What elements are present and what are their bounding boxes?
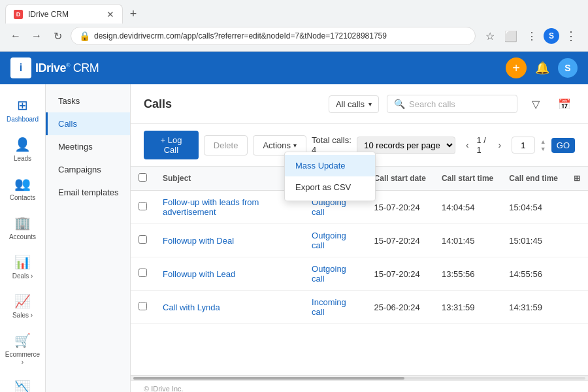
- filter-icon-button[interactable]: ▽: [525, 93, 546, 114]
- row-subject[interactable]: Followup with Deal: [155, 224, 304, 257]
- url-input[interactable]: 🔒 design.devidrivecrm.com/app/calls?refe…: [71, 27, 476, 45]
- subsidebar-item-calls[interactable]: Calls: [46, 112, 130, 135]
- leads-icon: 👤: [14, 137, 31, 152]
- sales-icon: 📈: [14, 293, 31, 309]
- page-decrement-icon[interactable]: ▼: [540, 146, 546, 152]
- row-checkbox[interactable]: [139, 235, 147, 244]
- subject-link[interactable]: Followup with Lead: [163, 269, 235, 279]
- actions-dropdown-menu: Mass Update Export as CSV: [284, 152, 376, 201]
- new-tab-button[interactable]: +: [125, 6, 141, 22]
- sub-sidebar: Tasks Calls Meetings Campaigns Email tem…: [46, 84, 131, 392]
- subject-link[interactable]: Call with Lynda: [163, 302, 220, 312]
- row-subject[interactable]: Call with Lynda: [155, 291, 304, 324]
- deals-icon: 📊: [14, 254, 31, 270]
- menu-icon[interactable]: ⋮: [562, 27, 580, 45]
- export-csv-option[interactable]: Export as CSV: [285, 176, 375, 198]
- subject-link[interactable]: Followup with Deal: [163, 236, 234, 246]
- sidebar-item-dashboard[interactable]: ⊞ Dashboard: [3, 92, 42, 129]
- sidebar-item-deals[interactable]: 📊 Deals ›: [3, 249, 42, 286]
- row-checkbox-cell[interactable]: [131, 291, 155, 324]
- table-row: Followup with Deal Outgoing call 15-07-2…: [131, 224, 588, 257]
- row-options: [566, 257, 588, 291]
- select-all-header[interactable]: [131, 167, 155, 191]
- sidebar-item-label-sales: Sales ›: [12, 312, 33, 319]
- call-type-value: Outgoing call: [312, 264, 346, 284]
- search-placeholder: Search calls: [409, 99, 455, 109]
- browser-profile-avatar[interactable]: S: [544, 28, 559, 44]
- table-row: Call with Lynda Incoming call 25-06-20:2…: [131, 291, 588, 324]
- search-box[interactable]: 🔍 Search calls: [387, 95, 517, 113]
- page-increment-icon[interactable]: ▲: [540, 139, 546, 145]
- row-checkbox[interactable]: [139, 202, 147, 210]
- row-checkbox[interactable]: [139, 269, 147, 277]
- sidebar-item-contacts[interactable]: 👥 Contacts: [3, 171, 42, 207]
- next-page-button[interactable]: ›: [493, 137, 506, 153]
- tab-bar: D IDrive CRM ✕ +: [0, 0, 588, 24]
- bookmark-icon[interactable]: ☆: [481, 27, 499, 45]
- row-start-date: 15-07-20:24: [367, 257, 434, 291]
- calendar-icon: 📅: [558, 98, 571, 110]
- sidebar-item-label-ecommerce: Ecommerce ›: [5, 351, 40, 367]
- col-start-date: Call start date: [367, 167, 434, 191]
- all-calls-filter[interactable]: All calls ▾: [329, 95, 379, 113]
- log-call-button[interactable]: + Log Call: [144, 131, 199, 159]
- sidebar-item-analytics[interactable]: 📉 Analytics ›: [3, 374, 42, 392]
- row-checkbox-cell[interactable]: [131, 224, 155, 257]
- row-checkbox[interactable]: [139, 302, 147, 310]
- subsidebar-item-meetings[interactable]: Meetings: [46, 135, 130, 158]
- row-checkbox-cell[interactable]: [131, 191, 155, 224]
- col-start-time: Call start time: [434, 167, 501, 191]
- row-start-time: 13:31:59: [434, 291, 501, 324]
- call-type-value: Outgoing call: [312, 231, 346, 250]
- dashboard-icon: ⊞: [17, 97, 28, 113]
- back-button[interactable]: ←: [8, 28, 24, 44]
- row-options: [566, 191, 588, 224]
- mass-update-option[interactable]: Mass Update: [285, 155, 375, 176]
- row-start-time: 14:04:54: [434, 191, 501, 224]
- select-all-checkbox[interactable]: [139, 173, 147, 182]
- sidebar-item-label-deals: Deals ›: [12, 272, 33, 280]
- table-row: Followup with Lead Outgoing call 15-07-2…: [131, 257, 588, 291]
- more-icon[interactable]: ⋮: [523, 27, 541, 45]
- notifications-bell-icon[interactable]: 🔔: [533, 59, 551, 77]
- subsidebar-item-tasks[interactable]: Tasks: [46, 90, 130, 112]
- delete-button[interactable]: Delete: [204, 135, 248, 155]
- sidebar-item-leads[interactable]: 👤 Leads: [3, 131, 42, 168]
- col-actions: ⊞: [566, 167, 588, 191]
- horizontal-scrollbar[interactable]: [131, 375, 588, 380]
- row-start-date: 15-07-20:24: [367, 224, 434, 257]
- tab-close-icon[interactable]: ✕: [106, 10, 114, 19]
- extensions-icon[interactable]: ⬜: [502, 27, 520, 45]
- go-button[interactable]: GO: [551, 138, 575, 153]
- add-button[interactable]: +: [506, 57, 527, 78]
- app-body: ⊞ Dashboard 👤 Leads 👥 Contacts 🏢 Account…: [0, 84, 588, 392]
- logo-icon: i: [10, 57, 31, 78]
- subject-link[interactable]: Follow-up with leads from advertisement: [163, 197, 259, 217]
- active-tab[interactable]: D IDrive CRM ✕: [5, 4, 123, 24]
- table-body: Follow-up with leads from advertisement …: [131, 191, 588, 324]
- prev-page-button[interactable]: ‹: [461, 137, 474, 153]
- forward-button[interactable]: →: [29, 28, 44, 44]
- row-checkbox-cell[interactable]: [131, 257, 155, 291]
- row-subject[interactable]: Followup with Lead: [155, 257, 304, 291]
- scroll-thumb[interactable]: [133, 377, 404, 380]
- row-subject[interactable]: Follow-up with leads from advertisement: [155, 191, 304, 224]
- user-avatar[interactable]: S: [558, 58, 578, 78]
- tab-title: IDrive CRM: [28, 10, 101, 19]
- columns-settings-icon[interactable]: ⊞: [574, 174, 580, 183]
- sidebar-item-ecommerce[interactable]: 🛒 Ecommerce ›: [3, 327, 42, 372]
- sidebar-item-accounts[interactable]: 🏢 Accounts: [3, 210, 42, 246]
- ecommerce-icon: 🛒: [14, 333, 31, 348]
- row-end-time: 15:01:45: [501, 224, 566, 257]
- row-end-time: 14:31:59: [501, 291, 566, 324]
- call-type-value: Incoming call: [312, 297, 346, 317]
- reload-button[interactable]: ↻: [50, 28, 65, 44]
- calendar-view-button[interactable]: 📅: [554, 93, 575, 114]
- address-icons: ☆ ⬜ ⋮ S ⋮: [481, 27, 580, 45]
- sidebar-item-label-dashboard: Dashboard: [7, 116, 39, 123]
- subsidebar-item-email-templates[interactable]: Email templates: [46, 181, 130, 204]
- page-number-input[interactable]: [512, 137, 535, 154]
- chevron-down-icon: ▾: [368, 101, 372, 108]
- sidebar-item-sales[interactable]: 📈 Sales ›: [3, 288, 42, 325]
- subsidebar-item-campaigns[interactable]: Campaigns: [46, 158, 130, 181]
